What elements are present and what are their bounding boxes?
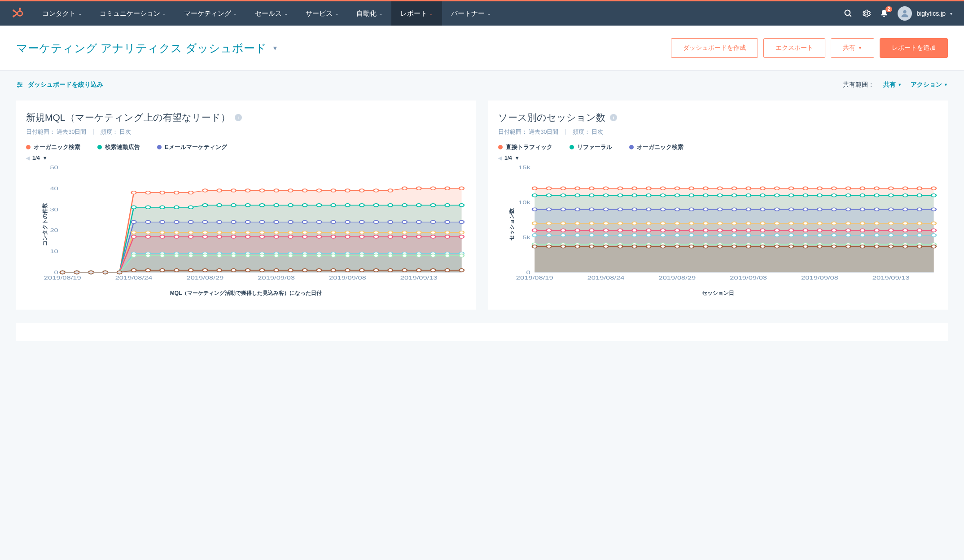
legend-item[interactable]: Eメールマーケティング: [157, 143, 227, 151]
svg-point-329: [889, 194, 894, 197]
hubspot-logo[interactable]: [2, 8, 33, 19]
svg-point-77: [402, 204, 407, 207]
svg-point-319: [746, 194, 751, 197]
create-dashboard-button[interactable]: ダッシュボードを作成: [671, 38, 758, 58]
gear-icon[interactable]: [862, 9, 871, 18]
svg-point-504: [817, 245, 822, 248]
svg-point-413: [803, 229, 808, 232]
svg-point-346: [703, 208, 708, 211]
svg-point-399: [604, 229, 609, 232]
svg-point-421: [917, 229, 922, 232]
svg-point-401: [632, 229, 637, 232]
svg-point-312: [646, 194, 651, 197]
svg-point-444: [817, 234, 822, 237]
nav-item-1[interactable]: コミュニケーション⌄: [91, 1, 175, 26]
svg-point-248: [274, 269, 279, 272]
svg-point-241: [174, 269, 179, 272]
svg-point-124: [217, 231, 222, 234]
svg-point-291: [775, 187, 780, 190]
svg-text:2019/09/08: 2019/09/08: [329, 275, 366, 280]
svg-point-100: [302, 220, 307, 223]
pager-next[interactable]: ▼: [43, 155, 48, 161]
svg-point-217: [260, 254, 265, 257]
svg-point-225: [374, 254, 379, 257]
chart-plot[interactable]: 05k10k15k2019/08/192019/08/242019/08/292…: [513, 164, 938, 285]
svg-text:2019/09/03: 2019/09/03: [258, 275, 295, 280]
svg-point-13: [20, 84, 22, 86]
legend-item[interactable]: オーガニック検索: [26, 143, 80, 151]
svg-point-367: [575, 222, 580, 225]
svg-point-508: [874, 245, 879, 248]
svg-point-159: [288, 235, 293, 238]
pager-prev[interactable]: ◀: [26, 155, 30, 161]
svg-point-287: [718, 187, 723, 190]
svg-point-355: [832, 208, 837, 211]
actions-dropdown[interactable]: アクション▼: [911, 81, 948, 89]
svg-point-132: [331, 231, 336, 234]
nav-item-3[interactable]: セールス⌄: [246, 1, 297, 26]
svg-point-226: [388, 254, 393, 257]
svg-point-260: [445, 269, 450, 272]
nav-item-2[interactable]: マーケティング⌄: [175, 1, 246, 26]
share-button[interactable]: 共有▼: [831, 38, 874, 58]
svg-point-349: [746, 208, 751, 211]
search-icon[interactable]: [844, 9, 853, 18]
nav-item-0[interactable]: コンタクト⌄: [33, 1, 91, 26]
svg-point-409: [746, 229, 751, 232]
svg-point-169: [431, 235, 436, 238]
svg-point-491: [632, 245, 637, 248]
svg-point-485: [547, 245, 552, 248]
svg-point-165: [374, 235, 379, 238]
svg-point-246: [245, 269, 250, 272]
svg-point-290: [760, 187, 765, 190]
svg-point-501: [775, 245, 780, 248]
svg-point-432: [646, 234, 651, 237]
svg-point-43: [345, 189, 350, 192]
nav-item-5[interactable]: 自動化⌄: [347, 1, 391, 26]
dashboard-title-dropdown[interactable]: マーケティング アナリティクス ダッシュボード ▼: [16, 41, 278, 56]
svg-point-505: [832, 245, 837, 248]
svg-point-47: [402, 187, 407, 190]
scope-dropdown[interactable]: 共有▼: [883, 81, 902, 89]
filter-dashboard-link[interactable]: ダッシュボードを絞り込み: [16, 81, 103, 89]
chevron-down-icon: ⌄: [429, 11, 433, 16]
nav-item-6[interactable]: レポート⌄: [391, 1, 442, 26]
svg-point-155: [231, 235, 236, 238]
svg-point-332: [931, 194, 936, 197]
svg-point-283: [661, 187, 666, 190]
svg-point-250: [302, 269, 307, 272]
legend-item[interactable]: 直接トラフィック: [498, 143, 552, 151]
pager-prev[interactable]: ◀: [498, 155, 502, 161]
svg-point-331: [917, 194, 922, 197]
svg-point-230: [445, 254, 450, 257]
chart-plot[interactable]: 010203040502019/08/192019/08/242019/08/2…: [41, 164, 466, 285]
svg-point-293: [803, 187, 808, 190]
svg-point-50: [445, 187, 450, 190]
pager-next[interactable]: ▼: [515, 155, 520, 161]
svg-point-315: [689, 194, 694, 197]
info-icon[interactable]: i: [610, 114, 617, 121]
svg-point-39: [288, 189, 293, 192]
page-header: マーケティング アナリティクス ダッシュボード ▼ ダッシュボードを作成 エクス…: [0, 26, 964, 71]
svg-point-388: [874, 222, 879, 225]
account-menu[interactable]: biglytics.jp ▾: [898, 6, 952, 21]
notifications-icon[interactable]: 2: [880, 9, 889, 18]
nav-item-7[interactable]: パートナー⌄: [442, 1, 500, 26]
info-icon[interactable]: i: [235, 114, 242, 121]
legend-item[interactable]: 検索連動広告: [97, 143, 140, 151]
svg-point-357: [860, 208, 865, 211]
svg-marker-483: [535, 246, 933, 272]
export-button[interactable]: エクスポート: [763, 38, 825, 58]
svg-point-216: [245, 254, 250, 257]
nav-item-4[interactable]: サービス⌄: [297, 1, 347, 26]
svg-point-380: [760, 222, 765, 225]
legend-item[interactable]: リファーラル: [570, 143, 612, 151]
svg-point-352: [789, 208, 794, 211]
svg-point-359: [889, 208, 894, 211]
add-report-button[interactable]: レポートを追加: [880, 38, 948, 58]
legend-item[interactable]: オーガニック検索: [629, 143, 684, 151]
svg-point-448: [874, 234, 879, 237]
svg-point-410: [760, 229, 765, 232]
svg-point-259: [431, 269, 436, 272]
svg-point-436: [703, 234, 708, 237]
